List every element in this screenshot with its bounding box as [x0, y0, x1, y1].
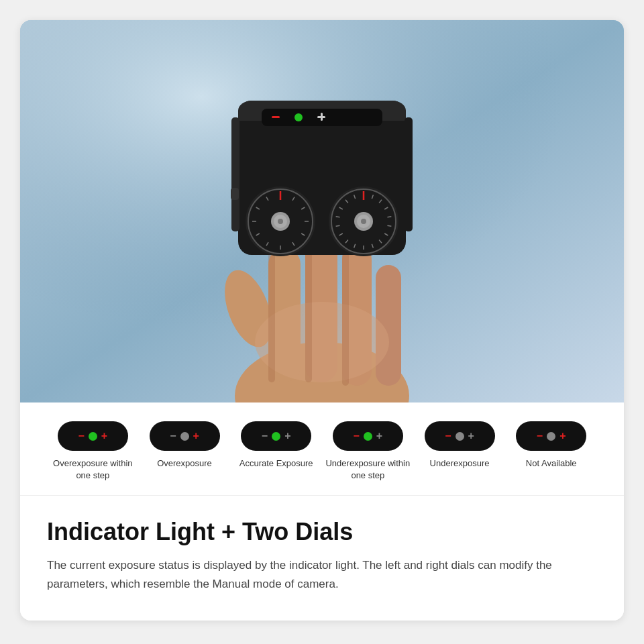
indicator-pill-overexposure-one-step: −+ — [58, 421, 128, 451]
pill-plus-icon: + — [284, 431, 290, 441]
product-image — [20, 20, 624, 402]
svg-line-44 — [387, 217, 391, 217]
indicator-item-overexposure-one-step: −+Overexposure within one step — [47, 421, 139, 482]
indicator-item-accurate-exposure: −+Accurate Exposure — [230, 421, 322, 470]
indicator-label-not-available: Not Available — [526, 458, 577, 470]
pill-dot-icon — [364, 432, 372, 441]
pill-dot-icon — [272, 432, 280, 441]
svg-rect-16 — [272, 116, 280, 118]
pill-dot-icon — [547, 432, 555, 441]
indicator-section: −+Overexposure within one step−+Overexpo… — [20, 402, 624, 496]
pill-minus-icon: − — [170, 431, 176, 441]
svg-line-54 — [336, 217, 340, 217]
svg-point-36 — [278, 219, 283, 224]
pill-plus-icon: + — [468, 431, 474, 441]
description-title: Indicator Light + Two Dials — [47, 517, 597, 546]
svg-line-45 — [387, 225, 391, 226]
description-body: The current exposure status is displayed… — [47, 556, 597, 594]
card: −+Overexposure within one step−+Overexpo… — [20, 20, 624, 621]
svg-rect-9 — [268, 248, 275, 382]
indicator-item-underexposure: −+Underexposure — [414, 421, 506, 470]
indicator-item-underexposure-one-step: −+Underexposure within one step — [322, 421, 414, 482]
svg-rect-62 — [231, 117, 239, 231]
pill-minus-icon: − — [537, 431, 543, 441]
svg-rect-63 — [405, 117, 413, 231]
outer-container: −+Overexposure within one step−+Overexpo… — [0, 0, 644, 644]
indicator-item-not-available: −+Not Available — [505, 421, 597, 470]
indicator-label-overexposure-one-step: Overexposure within one step — [47, 458, 139, 482]
pill-plus-icon: + — [101, 431, 107, 441]
description-section: Indicator Light + Two Dials The current … — [20, 496, 624, 620]
svg-rect-10 — [305, 235, 312, 382]
pill-minus-icon: − — [354, 431, 360, 441]
indicator-label-underexposure: Underexposure — [430, 458, 490, 470]
indicator-pill-accurate-exposure: −+ — [241, 421, 311, 451]
svg-rect-11 — [342, 245, 349, 386]
indicator-item-overexposure: −+Overexposure — [139, 421, 231, 470]
svg-point-17 — [294, 113, 303, 121]
pill-minus-icon: − — [445, 431, 451, 441]
pill-plus-icon: + — [376, 431, 382, 441]
pill-dot-icon — [89, 432, 97, 441]
svg-rect-19 — [321, 113, 323, 121]
indicator-pill-underexposure: −+ — [425, 421, 495, 451]
indicator-pill-overexposure: −+ — [150, 421, 220, 451]
pill-minus-icon: − — [262, 431, 268, 441]
indicator-label-underexposure-one-step: Underexposure within one step — [322, 458, 414, 482]
photo-section — [20, 20, 624, 402]
svg-line-53 — [336, 225, 340, 226]
indicator-label-accurate-exposure: Accurate Exposure — [239, 458, 313, 470]
pill-dot-icon — [180, 432, 189, 441]
pill-plus-icon: + — [559, 431, 566, 441]
pill-minus-icon: − — [78, 431, 84, 441]
indicator-pill-underexposure-one-step: −+ — [333, 421, 403, 451]
indicator-pill-not-available: −+ — [516, 421, 586, 451]
indicator-label-overexposure: Overexposure — [157, 458, 212, 470]
svg-point-60 — [361, 219, 366, 224]
pill-plus-icon: + — [193, 431, 199, 441]
svg-rect-64 — [231, 188, 239, 200]
pill-dot-icon — [455, 432, 464, 441]
